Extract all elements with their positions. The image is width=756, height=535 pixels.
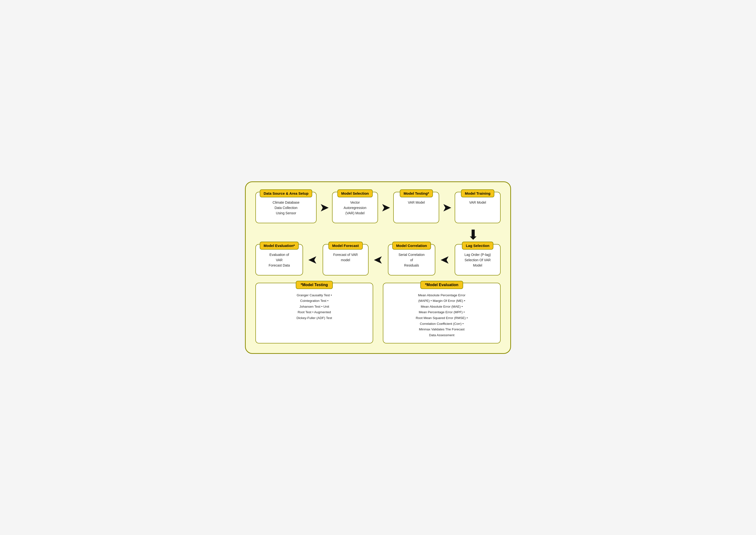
box-model-training-title: Model Training (461, 189, 494, 197)
box-model-selection: Model Selection VectorAutoregression(VAR… (332, 192, 378, 223)
arrow-right-3: ➤ (442, 202, 452, 213)
box-model-selection-title: Model Selection (337, 189, 373, 197)
box-model-correlation-content: Serial CorrelationofResiduals (399, 252, 425, 268)
box-model-training: Model Training VAR Model (455, 192, 501, 223)
detail-box-model-evaluation: *Model Evaluation Mean Absolute Percenta… (383, 283, 501, 344)
arrow-right-1: ➤ (320, 202, 329, 213)
arrow-down: ⬇ (467, 228, 479, 241)
arrow-left-1: ➤ (308, 254, 318, 266)
box-model-training-content: VAR Model (469, 200, 486, 205)
box-model-testing-title: Model Testing* (400, 189, 433, 197)
main-container: Data Source & Area Setup Climate Databas… (245, 182, 511, 354)
arrow-right-2: ➤ (381, 202, 391, 213)
row1: Data Source & Area Setup Climate Databas… (255, 192, 501, 223)
box-data-source-content: Climate DatabaseData CollectionUsing Sen… (272, 200, 299, 216)
box-model-forecast: Model Forecast Forecast of VARmodel (322, 244, 369, 275)
box-model-correlation-title: Model Correlation (392, 241, 431, 250)
box-model-correlation: Model Correlation Serial CorrelationofRe… (388, 244, 435, 275)
detail-box-model-testing: *Model Testing Granger Causality Test • … (255, 283, 373, 344)
box-model-selection-content: VectorAutoregression(VAR) Model (344, 200, 366, 216)
detail-model-testing-content: Granger Causality Test • Cointegration T… (296, 293, 332, 321)
row2: Model Evaluation* Evaluation ofVARForeca… (255, 244, 501, 275)
box-model-evaluation-content: Evaluation ofVARForecast Data (269, 252, 290, 268)
box-model-testing-content: VAR Model (408, 200, 425, 205)
detail-model-evaluation-title: *Model Evaluation (420, 281, 463, 289)
box-data-source-title: Data Source & Area Setup (260, 189, 312, 197)
box-model-evaluation: Model Evaluation* Evaluation ofVARForeca… (255, 244, 303, 275)
arrow-down-container: ⬇ (255, 228, 501, 241)
box-model-testing: Model Testing* VAR Model (393, 192, 439, 223)
detail-model-evaluation-content: Mean Absolute Percentage Error (MAPE) • … (416, 293, 468, 338)
arrow-left-2: ➤ (374, 254, 383, 266)
box-model-forecast-title: Model Forecast (328, 241, 363, 250)
box-lag-selection: Lag Selection Lag Order (P-lag)Selection… (455, 244, 501, 275)
bottom-section: *Model Testing Granger Causality Test • … (255, 283, 501, 344)
box-data-source: Data Source & Area Setup Climate Databas… (255, 192, 317, 223)
box-lag-selection-title: Lag Selection (462, 241, 493, 250)
box-model-evaluation-title: Model Evaluation* (260, 241, 299, 250)
box-lag-selection-content: Lag Order (P-lag)Selection Of VARModel (464, 252, 491, 268)
box-model-forecast-content: Forecast of VARmodel (333, 252, 358, 263)
detail-model-testing-title: *Model Testing (296, 281, 333, 289)
arrow-left-3: ➤ (440, 254, 450, 266)
